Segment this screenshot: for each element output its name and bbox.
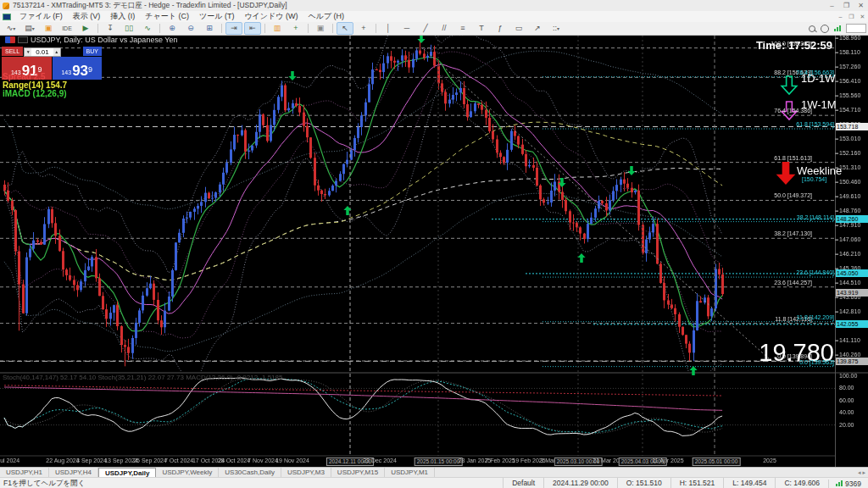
status-segment: Default: [503, 478, 543, 488]
toolbar-line-mode[interactable]: ∿: [139, 22, 156, 35]
toolbar-candles-mode[interactable]: ▯▯: [120, 22, 137, 35]
label-1w-1m: 1W-1M: [801, 98, 837, 111]
menu-item[interactable]: 表示 (V): [68, 11, 106, 22]
toolbar-order-panel[interactable]: ▥: [269, 22, 286, 35]
menu-item[interactable]: ウインドウ (W): [239, 11, 303, 22]
mdi-close-button[interactable]: ✕: [857, 14, 868, 20]
chart-mini-icon: [18, 36, 28, 43]
traffic-bars-icon: [836, 480, 843, 486]
toolbar-objects-list[interactable]: ::▾: [548, 22, 565, 35]
toolbar: ∿▾▤▾▣IDE▶↧▯▯∿⊕⊖⊞⇥⇤▥+▣↖+│─╱//≡Tƒ▭↗::▾: [0, 22, 868, 36]
search-icon[interactable]: [809, 25, 815, 32]
label-weekline: Weekline: [797, 164, 842, 177]
toolbar-cursor[interactable]: ↖: [337, 22, 353, 35]
toolbar-text-label[interactable]: T: [473, 22, 490, 35]
window-title: 75137214 - XMTrading-MT5 3: デモ口座 - Hedge…: [13, 1, 287, 11]
ask-pipette: 9: [88, 61, 92, 78]
toolbar-tile-windows[interactable]: ⊞: [201, 22, 218, 35]
tab-usdjpy-weekly[interactable]: USDJPY,Weekly: [156, 468, 219, 478]
toolbar-separator: [221, 24, 222, 33]
toolbar-arrow-objects[interactable]: ↗: [529, 22, 546, 35]
lot-decrease-button[interactable]: ▼: [25, 48, 31, 56]
status-segment: L: 149.454: [723, 478, 775, 488]
lot-value[interactable]: 0.01: [31, 48, 53, 56]
toolbar-metaeditor[interactable]: IDE: [58, 22, 75, 35]
maximize-button[interactable]: ❐: [839, 1, 854, 10]
status-segment: C: 149.606: [775, 478, 828, 488]
price-scale[interactable]: [835, 35, 868, 467]
buy-chip: BUY: [83, 47, 102, 56]
toolbar-separator: [332, 24, 333, 33]
latency-indicator: [846, 24, 866, 33]
toolbar-new-order[interactable]: ▣: [40, 22, 57, 35]
toolbar-separator: [97, 24, 98, 33]
toolbar-chart-shift[interactable]: ⇤: [244, 22, 261, 35]
status-help-text: F1を押してヘルプを開く: [0, 479, 86, 488]
status-segment: O: 151.510: [617, 478, 670, 488]
status-segment: 2024.11.29 00:00: [543, 478, 617, 488]
toolbar-separator: [264, 24, 265, 33]
toolbar-auto-scroll[interactable]: ⇥: [225, 22, 242, 35]
symbol-icon: [5, 36, 15, 43]
toolbar-equidistant-channel[interactable]: ≡: [454, 22, 471, 35]
tab-usdjpy-m1[interactable]: USDJPY,M1: [385, 468, 435, 478]
toolbar-channel[interactable]: //: [436, 22, 453, 35]
toolbar-add-indicator[interactable]: +: [287, 22, 304, 35]
traffic-value: 9369: [845, 480, 861, 488]
tab-scroll-right-icon[interactable]: ▸: [862, 469, 865, 475]
toolbar-zoom-out[interactable]: ⊖: [182, 22, 199, 35]
toolbar-screenshot[interactable]: ▣: [312, 22, 329, 35]
range-big-value: 19.780: [759, 339, 834, 367]
time-axis[interactable]: [0, 456, 835, 467]
menu-item[interactable]: 挿入 (I): [105, 11, 140, 22]
toolbar-bars-mode[interactable]: ↧: [102, 22, 119, 35]
toolbar-trendline[interactable]: ╱: [417, 22, 434, 35]
menu-item[interactable]: チャート (C): [140, 11, 194, 22]
toolbar-fibonacci[interactable]: ƒ: [492, 22, 509, 35]
dropdown-caret-icon: ▾: [557, 26, 559, 31]
subwindow-indicator-label: Stoch(40,147,147) 52.17 54.10 Stoch(35,2…: [3, 374, 282, 381]
toolbar-new-chart[interactable]: ∿▾: [3, 22, 19, 35]
toolbar-separator: [308, 24, 309, 33]
close-button[interactable]: ✕: [854, 1, 868, 10]
minimize-button[interactable]: –: [825, 1, 839, 10]
label-weekline-price: [150.754]: [802, 176, 826, 182]
community-icon[interactable]: [821, 25, 829, 33]
app-icon: [3, 3, 9, 9]
chart-symbol-title: USDJPY, Daily: US Dollar vs Japanese Yen: [31, 36, 177, 44]
menubar: ファイル (F)表示 (V)挿入 (I)チャート (C)ツール (T)ウインドウ…: [0, 11, 868, 23]
menu-item[interactable]: ヘルプ (H): [303, 11, 349, 22]
lot-increase-button[interactable]: ▲: [53, 48, 60, 56]
mdi-minimize-button[interactable]: –: [835, 14, 846, 20]
toolbar-vertical-line[interactable]: │: [380, 22, 397, 35]
tab-scroll-left-icon[interactable]: ◂: [858, 469, 861, 475]
imacd-label: iMACD (12,26,9): [3, 89, 67, 98]
toolbar-rectangle[interactable]: ▭: [510, 22, 527, 35]
tab-usdjpy-m3[interactable]: USDJPY,M3: [281, 468, 331, 478]
ask-integer: 143: [61, 68, 71, 78]
mdi-restore-button[interactable]: ❐: [846, 14, 857, 20]
server-time-label: Time: 17:52:59: [756, 39, 832, 52]
toolbar-zoom-in[interactable]: ⊕: [164, 22, 181, 35]
lot-stepper[interactable]: ▼ 0.01 ▲: [24, 47, 61, 57]
toolbar-horizontal-line[interactable]: ─: [398, 22, 415, 35]
menu-item[interactable]: ツール (T): [194, 11, 239, 22]
status-bar: F1を押してヘルプを開く Default2024.11.29 00:00O: 1…: [0, 477, 868, 488]
titlebar[interactable]: 75137214 - XMTrading-MT5 3: デモ口座 - Hedge…: [0, 0, 868, 12]
chart-canvas[interactable]: [0, 0, 868, 488]
connection-status-icon: [834, 25, 841, 31]
status-segment: H: 151.521: [670, 478, 724, 488]
dropdown-caret-icon: ▾: [13, 26, 15, 31]
tab-us30cash-daily[interactable]: US30Cash,Daily: [219, 468, 281, 478]
sell-chip: SELL: [2, 47, 23, 56]
tab-usdjpy-h1[interactable]: USDJPY,H1: [0, 468, 49, 478]
toolbar-crosshair[interactable]: +: [355, 22, 372, 35]
tab-usdjpy-m15[interactable]: USDJPY,M15: [331, 468, 385, 478]
menu-item[interactable]: ファイル (F): [14, 11, 68, 22]
toolbar-separator: [376, 24, 376, 33]
buy-button[interactable]: 143 93 9: [53, 57, 103, 80]
toolbar-profiles[interactable]: ▤▾: [21, 22, 38, 35]
toolbar-algo-trading[interactable]: ▶: [77, 22, 94, 35]
tab-usdjpy-h4[interactable]: USDJPY,H4: [49, 468, 98, 478]
mt5-window: 75137214 - XMTrading-MT5 3: デモ口座 - Hedge…: [0, 0, 868, 488]
